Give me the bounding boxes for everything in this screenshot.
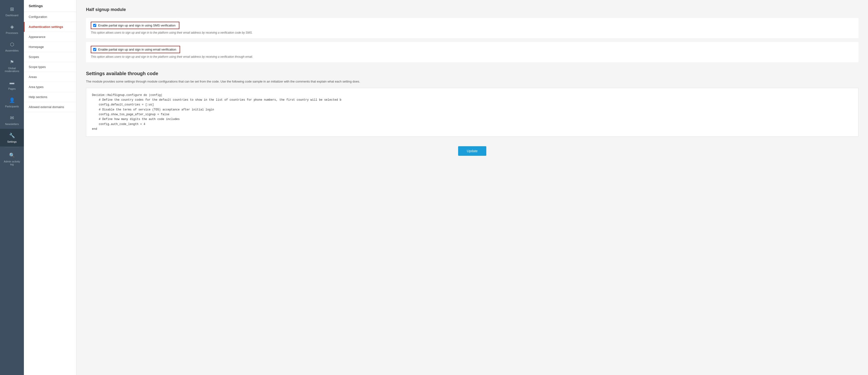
code-section-desc: The module provides some settings throug…: [86, 79, 859, 84]
sidebar-item-global-moderations[interactable]: ⚑ Global moderations: [0, 55, 24, 76]
sidebar-item-area-types[interactable]: Area types: [24, 82, 76, 92]
dashboard-icon: ⊞: [9, 6, 15, 12]
email-checkbox-group: Enable partial sign up and sign in using…: [86, 42, 859, 62]
sidebar-item-assemblies[interactable]: ⬡ Assemblies: [0, 38, 24, 55]
global-moderations-icon: ⚑: [9, 59, 15, 65]
pages-icon: ▬: [9, 79, 15, 86]
newsletters-icon: ✉: [9, 114, 15, 121]
sidebar-item-label: Admin activity log: [2, 160, 22, 166]
participants-icon: 👤: [9, 97, 15, 104]
sms-checkbox-desc: This option allows users to sign up and …: [91, 31, 854, 34]
processes-icon: ◈: [9, 23, 15, 30]
sidebar-item-appearance[interactable]: Appearance: [24, 32, 76, 42]
sms-checkbox-row: Enable partial sign up and sign in using…: [91, 22, 854, 29]
update-btn-area: Update: [86, 146, 859, 156]
sidebar-item-scopes[interactable]: Scopes: [24, 52, 76, 62]
half-signup-title: Half signup module: [86, 7, 859, 12]
sidebar-item-label: Processes: [6, 32, 18, 34]
sms-checkbox[interactable]: [93, 24, 96, 27]
sidebar-item-areas[interactable]: Areas: [24, 72, 76, 82]
sidebar-item-label: Dashboard: [5, 14, 19, 17]
sidebar-item-participants[interactable]: 👤 Participants: [0, 94, 24, 111]
main-container: Settings Configuration Authentication se…: [24, 0, 868, 375]
sidebar-item-authentication-settings[interactable]: Authentication settings: [24, 22, 76, 32]
sidebar-item-homepage[interactable]: Homepage: [24, 42, 76, 52]
sidebar-item-dashboard[interactable]: ⊞ Dashboard: [0, 2, 24, 20]
code-block-wrapper: Decidim::HalfSignup.configure do |config…: [86, 88, 859, 137]
email-checkbox[interactable]: [93, 48, 96, 51]
sidebar-item-newsletters[interactable]: ✉ Newsletters: [0, 111, 24, 129]
sidebar-item-processes[interactable]: ◈ Processes: [0, 20, 24, 38]
code-block: Decidim::HalfSignup.configure do |config…: [86, 88, 858, 136]
email-checkbox-row: Enable partial sign up and sign in using…: [91, 46, 854, 53]
admin-activity-log-icon: 🔍: [9, 152, 15, 159]
assemblies-icon: ⬡: [9, 41, 15, 48]
sidebar-item-label: Settings: [7, 140, 17, 143]
main-sidebar: ⊞ Dashboard ◈ Processes ⬡ Assemblies ⚑ G…: [0, 0, 24, 375]
sidebar-item-help-sections[interactable]: Help sections: [24, 92, 76, 102]
secondary-sidebar: Settings Configuration Authentication se…: [24, 0, 76, 375]
secondary-sidebar-title: Settings: [24, 0, 76, 12]
sidebar-item-label: Assemblies: [5, 49, 19, 52]
sidebar-item-label: Newsletters: [5, 123, 19, 126]
sidebar-divider: [5, 147, 19, 148]
sidebar-item-pages[interactable]: ▬ Pages: [0, 76, 24, 94]
email-checkbox-desc: This option allows users to sign up and …: [91, 55, 854, 59]
email-checkbox-label: Enable partial sign up and sign in using…: [98, 48, 176, 51]
update-button[interactable]: Update: [458, 146, 486, 156]
content-area: Half signup module Enable partial sign u…: [76, 0, 868, 375]
sms-checkbox-group: Enable partial sign up and sign in using…: [86, 18, 859, 38]
code-section-title: Settings available through code: [86, 71, 859, 76]
sidebar-item-label: Global moderations: [2, 67, 22, 72]
sms-checkbox-border: Enable partial sign up and sign in using…: [91, 22, 179, 29]
sidebar-item-allowed-external-domains[interactable]: Allowed external domains: [24, 102, 76, 112]
sidebar-item-configuration[interactable]: Configuration: [24, 12, 76, 22]
sidebar-item-admin-activity-log[interactable]: 🔍 Admin activity log: [0, 148, 24, 169]
sidebar-item-scope-types[interactable]: Scope types: [24, 62, 76, 72]
settings-icon: 🔧: [9, 132, 15, 139]
sidebar-item-label: Participants: [5, 105, 19, 108]
sidebar-item-label: Pages: [8, 87, 16, 90]
sidebar-item-settings[interactable]: 🔧 Settings: [0, 129, 24, 146]
email-checkbox-border: Enable partial sign up and sign in using…: [91, 46, 180, 53]
sms-checkbox-label: Enable partial sign up and sign in using…: [98, 24, 176, 27]
